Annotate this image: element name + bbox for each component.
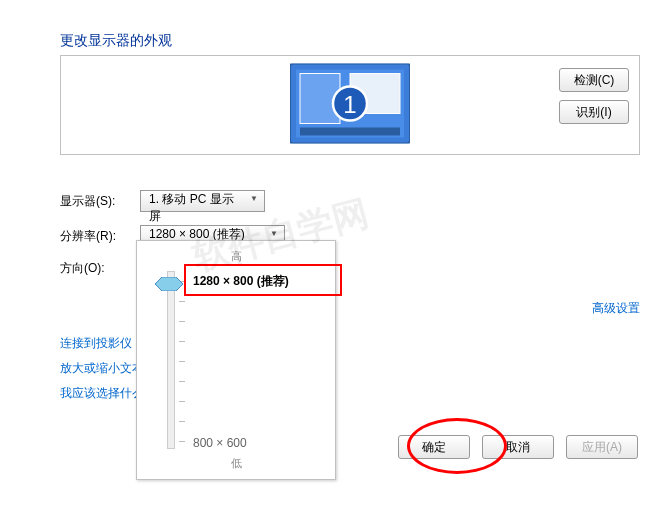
slider-selected-value: 1280 × 800 (推荐)	[193, 273, 289, 290]
display-dropdown[interactable]: 1. 移动 PC 显示屏	[140, 190, 265, 212]
detect-button[interactable]: 检测(C)	[559, 68, 629, 92]
monitor-number: 1	[343, 91, 356, 118]
projector-link[interactable]: 连接到投影仪 (	[60, 335, 139, 352]
resolution-slider-panel: 高 1280 × 800 (推荐) 800 × 600 低	[136, 240, 336, 480]
svg-rect-4	[300, 128, 400, 136]
orientation-label: 方向(O):	[60, 260, 140, 277]
monitor-preview-area: 1 检测(C) 识别(I)	[60, 55, 640, 155]
apply-button: 应用(A)	[566, 435, 638, 459]
slider-low-label: 低	[231, 456, 242, 471]
monitor-icon[interactable]: 1	[290, 64, 410, 147]
slider-thumb[interactable]	[155, 277, 183, 294]
advanced-settings-link[interactable]: 高级设置	[592, 300, 640, 317]
slider-high-label: 高	[231, 249, 242, 264]
cancel-button[interactable]: 取消	[482, 435, 554, 459]
identify-button[interactable]: 识别(I)	[559, 100, 629, 124]
display-label: 显示器(S):	[60, 193, 140, 210]
text-size-link[interactable]: 放大或缩小文本	[60, 360, 144, 377]
page-title: 更改显示器的外观	[60, 32, 172, 50]
which-setting-link[interactable]: 我应该选择什么	[60, 385, 144, 402]
slider-track[interactable]	[167, 271, 175, 449]
resolution-label: 分辨率(R):	[60, 228, 140, 245]
ok-button[interactable]: 确定	[398, 435, 470, 459]
slider-min-value: 800 × 600	[193, 436, 247, 450]
